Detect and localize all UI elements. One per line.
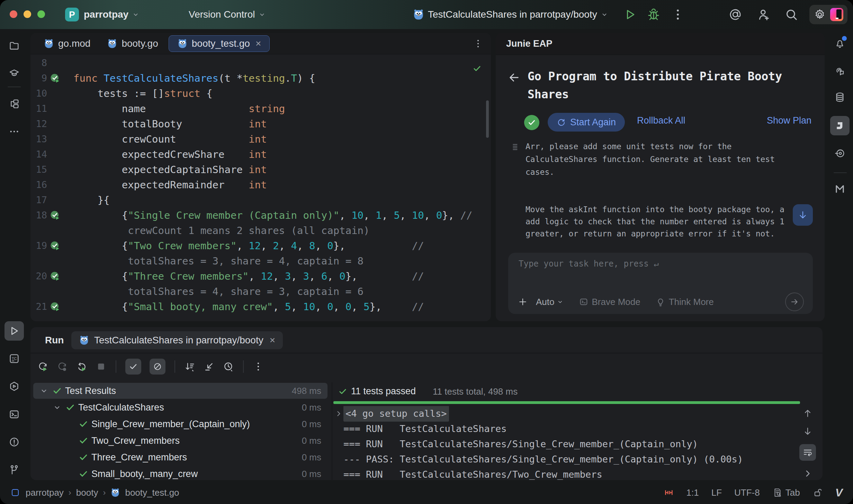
code-line[interactable]: 15 expectedCaptainShare int [30,162,491,177]
soft-wrap-toggle[interactable] [799,444,816,461]
auto-rerun-button[interactable] [76,361,87,372]
more-actions-button[interactable] [671,8,685,21]
indent-widget[interactable]: Tab [772,487,800,498]
test-tree-row[interactable]: TestCalculateShares0 ms [30,399,332,416]
code-line[interactable]: 21 {"Small booty, many crew", 5, 10, 0, … [30,299,491,314]
code-line[interactable]: totalShares = 3, share = 4, captain = 8 [30,253,491,269]
editor-tab-booty.go[interactable]: booty.go [99,33,166,54]
tool-button-learn[interactable] [5,64,24,83]
console-line[interactable]: --- PASS: TestCalculateShares/Single_Cre… [334,452,798,467]
line-ending-widget[interactable]: LF [711,487,722,498]
close-icon[interactable]: × [270,335,275,346]
run-test-gutter-icon[interactable] [50,302,60,312]
chevron-down-icon[interactable] [53,403,62,412]
panel-splitter[interactable] [332,382,332,480]
code-line[interactable]: totalShares = 4, share = 3, captain = 6 [30,284,491,299]
ai-assistant-button[interactable] [728,8,742,21]
close-icon[interactable]: × [255,38,261,49]
tool-button-terminal[interactable] [5,405,24,424]
console-line[interactable]: === RUN TestCalculateShares [334,421,798,436]
code-line[interactable]: 8 [30,55,491,71]
ai-plugin-icon[interactable] [830,8,843,21]
console-line[interactable]: <4 go setup calls> [334,406,798,421]
tool-button-problems[interactable] [5,432,24,452]
back-arrow-button[interactable] [508,72,520,83]
show-plan-button[interactable]: Show Plan [767,115,811,126]
code-line[interactable]: 16 expectedRemainder int [30,177,491,192]
debug-button[interactable] [647,8,661,21]
message-handle-icon[interactable] [511,142,521,152]
tool-button-database[interactable] [830,88,850,107]
editor-tab-go.mod[interactable]: go.mod [35,33,99,54]
tool-button-teamcity[interactable]: TC [5,349,24,368]
test-tree-row[interactable]: Small_booty,_many_crew0 ms [30,466,332,480]
show-passed-toggle[interactable] [125,359,141,375]
show-ignored-toggle[interactable] [150,359,165,375]
tool-button-folder[interactable] [5,36,24,55]
code-line[interactable]: 14 expectedCrewShare int [30,147,491,162]
tool-button-more-horiz[interactable] [5,122,24,141]
test-history-button[interactable] [223,361,234,372]
rerun-failed-button[interactable] [57,361,68,372]
tool-button-junie[interactable] [830,116,850,135]
code-line[interactable]: 20 {"Three Crew members", 12, 3, 3, 6, 0… [30,269,491,284]
breakpoint-mute-icon[interactable] [664,487,674,498]
task-input-box[interactable]: Type your task here, press ↵ Auto Brave … [508,253,813,314]
code-line[interactable]: 11 name string [30,101,491,116]
editor-tab-booty_test.go[interactable]: booty_test.go× [169,35,270,52]
tool-button-ai-assistant[interactable] [830,61,850,81]
brave-mode-toggle[interactable]: Brave Mode [592,297,640,307]
run-test-gutter-icon[interactable] [50,210,60,220]
code-line[interactable]: crewCount 1 means 2 shares (all captain) [30,223,491,238]
tool-button-notifications[interactable] [830,34,850,53]
breadcrumb-item[interactable]: booty [76,487,98,498]
run-tab[interactable]: TestCalculateShares in parrotpay/booty × [71,331,283,349]
editor-scrollbar[interactable] [486,100,489,138]
window-minimize-button[interactable] [24,10,31,18]
code-line[interactable]: 9func TestCalculateShares(t *testing.T) … [30,71,491,86]
code-line[interactable]: 10 tests := []struct { [30,86,491,101]
chevron-down-icon[interactable] [39,386,48,395]
lock-open-icon[interactable] [812,487,823,498]
code-line[interactable]: 19 {"Two Crew members", 12, 2, 4, 8, 0},… [30,238,491,253]
test-tree-row[interactable]: Test Results498 ms [30,382,332,399]
ideavim-icon[interactable]: V [835,486,843,499]
caret-position-widget[interactable]: 1:1 [686,487,699,498]
expand-console-button[interactable] [802,468,813,479]
tool-button-markdown[interactable] [830,179,850,199]
breadcrumb-item[interactable]: booty_test.go [125,487,179,498]
scroll-to-bottom-button[interactable] [793,204,813,226]
window-close-button[interactable] [10,10,17,18]
window-zoom-button[interactable] [37,10,45,18]
navigate-to-source-button[interactable] [204,361,215,372]
test-console-output[interactable]: <4 go setup calls>=== RUN TestCalculateS… [334,406,798,480]
code-line[interactable]: 13 crewCount int [30,132,491,147]
run-test-gutter-icon[interactable] [50,73,60,83]
tool-button-structure[interactable] [5,94,24,114]
mode-selector[interactable]: Auto [536,297,555,307]
think-more-toggle[interactable]: Think More [669,297,714,307]
inspections-status-icon[interactable] [472,64,482,73]
rerun-button[interactable] [37,361,48,372]
tool-button-git-branch[interactable] [5,460,24,479]
console-line[interactable]: === RUN TestCalculateShares/Two_Crew_mem… [334,467,798,480]
more-options-button[interactable] [253,361,264,372]
code-line[interactable]: 18 {"Single Crew member (Captain only)",… [30,208,491,223]
tool-button-coverage[interactable] [830,144,850,163]
editor-tab-options-button[interactable] [473,38,483,49]
code-line[interactable]: 12 totalBooty int [30,116,491,132]
settings-gear-button[interactable] [814,8,826,21]
scroll-down-button[interactable] [802,426,813,436]
search-everywhere-button[interactable] [784,8,798,21]
run-test-gutter-icon[interactable] [50,271,60,281]
code-editor[interactable]: 89func TestCalculateShares(t *testing.T)… [30,55,491,321]
encoding-widget[interactable]: UTF-8 [734,487,760,498]
run-configuration-selector[interactable]: TestCalculateShares in parrotpay/booty [413,0,608,29]
test-tree-row[interactable]: Three_Crew_members0 ms [30,449,332,466]
think-more-icon[interactable] [656,297,665,307]
test-tree-row[interactable]: Two_Crew_members0 ms [30,432,332,449]
sort-tests-button[interactable] [184,361,195,372]
console-line[interactable]: === RUN TestCalculateShares/Single_Crew_… [334,436,798,452]
tool-button-services[interactable] [5,377,24,396]
scroll-up-button[interactable] [802,408,813,418]
